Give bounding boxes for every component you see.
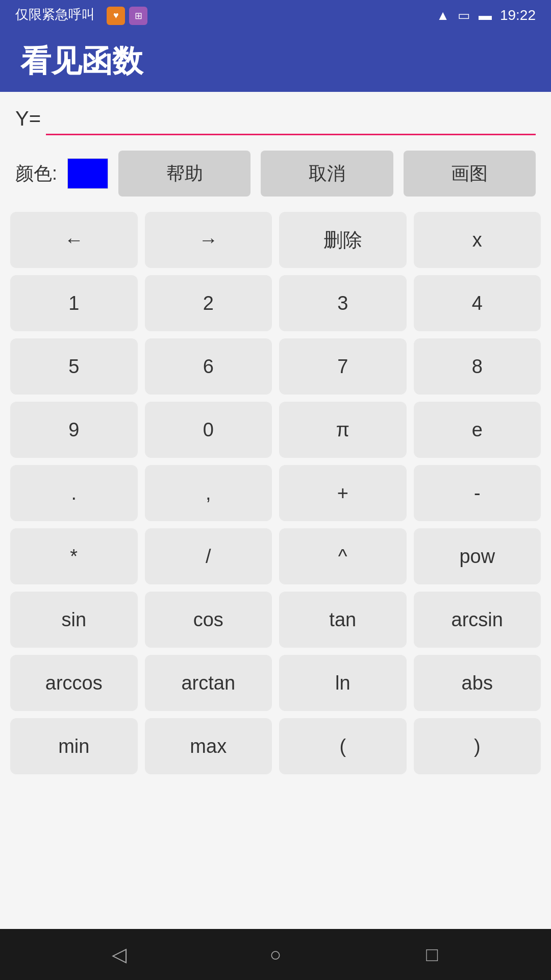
notification-icon-1: ♥ bbox=[107, 7, 125, 25]
calc-btn-0[interactable]: 0 bbox=[145, 402, 272, 458]
app-title: 看见函数 bbox=[20, 41, 143, 82]
calc-btn-3[interactable]: 3 bbox=[279, 275, 407, 331]
calc-btn-comma[interactable]: , bbox=[145, 465, 272, 521]
calc-row-1: 1234 bbox=[10, 275, 541, 331]
calc-btn-9[interactable]: 9 bbox=[10, 402, 138, 458]
calc-row-2: 5678 bbox=[10, 338, 541, 395]
calc-btn-delete[interactable]: 删除 bbox=[279, 212, 407, 268]
calc-btn-minus[interactable]: - bbox=[414, 465, 541, 521]
calc-btn-cos[interactable]: cos bbox=[145, 592, 272, 648]
calc-btn-ln[interactable]: ln bbox=[279, 655, 407, 711]
status-bar-right: ▲ ▭ ▬ 19:22 bbox=[436, 7, 536, 23]
color-row: 颜色: 帮助 取消 画图 bbox=[10, 151, 541, 197]
calc-btn-multiply[interactable]: * bbox=[10, 528, 138, 584]
calc-btn-pi[interactable]: π bbox=[279, 402, 407, 458]
calc-btn-close-paren[interactable]: ) bbox=[414, 718, 541, 774]
calc-btn-dot[interactable]: . bbox=[10, 465, 138, 521]
calc-btn-power[interactable]: ^ bbox=[279, 528, 407, 584]
calc-btn-left-arrow[interactable]: ← bbox=[10, 212, 138, 268]
formula-input[interactable] bbox=[46, 102, 536, 135]
title-bar: 看见函数 bbox=[0, 31, 551, 92]
calc-btn-4[interactable]: 4 bbox=[414, 275, 541, 331]
back-icon: ◁ bbox=[112, 943, 127, 966]
calc-row-8: minmax() bbox=[10, 718, 541, 774]
recents-icon: □ bbox=[426, 944, 438, 966]
battery-icon: ▬ bbox=[479, 8, 492, 23]
home-button[interactable]: ○ bbox=[258, 937, 293, 972]
draw-button[interactable]: 画图 bbox=[404, 151, 536, 197]
status-bar: 仅限紧急呼叫 ♥ ⊞ ▲ ▭ ▬ 19:22 bbox=[0, 0, 551, 31]
calc-btn-5[interactable]: 5 bbox=[10, 338, 138, 395]
calc-btn-x-var[interactable]: x bbox=[414, 212, 541, 268]
calculator-grid: ←→删除x1234567890πe.,+-*/^powsincostanarcs… bbox=[10, 212, 541, 929]
back-button[interactable]: ◁ bbox=[101, 937, 137, 972]
help-button[interactable]: 帮助 bbox=[118, 151, 251, 197]
calc-btn-8[interactable]: 8 bbox=[414, 338, 541, 395]
calc-btn-7[interactable]: 7 bbox=[279, 338, 407, 395]
color-label: 颜色: bbox=[15, 161, 57, 186]
main-content: Y= 颜色: 帮助 取消 画图 ←→删除x1234567890πe.,+-*/^… bbox=[0, 92, 551, 929]
calc-btn-min[interactable]: min bbox=[10, 718, 138, 774]
calc-btn-divide[interactable]: / bbox=[145, 528, 272, 584]
calc-btn-6[interactable]: 6 bbox=[145, 338, 272, 395]
y-label: Y= bbox=[15, 107, 41, 135]
calc-btn-sin[interactable]: sin bbox=[10, 592, 138, 648]
calc-btn-arcsin[interactable]: arcsin bbox=[414, 592, 541, 648]
calc-btn-right-arrow[interactable]: → bbox=[145, 212, 272, 268]
calc-btn-plus[interactable]: + bbox=[279, 465, 407, 521]
calc-btn-pow[interactable]: pow bbox=[414, 528, 541, 584]
wifi-icon: ▲ bbox=[436, 8, 449, 23]
cancel-button[interactable]: 取消 bbox=[261, 151, 393, 197]
calc-btn-max[interactable]: max bbox=[145, 718, 272, 774]
calc-btn-abs[interactable]: abs bbox=[414, 655, 541, 711]
input-row: Y= bbox=[10, 102, 541, 135]
recents-button[interactable]: □ bbox=[414, 937, 450, 972]
calc-row-3: 90πe bbox=[10, 402, 541, 458]
sim-icon: ▭ bbox=[458, 8, 470, 23]
calc-btn-tan[interactable]: tan bbox=[279, 592, 407, 648]
home-icon: ○ bbox=[270, 944, 282, 966]
emergency-call-text: 仅限紧急呼叫 bbox=[15, 7, 95, 22]
time-display: 19:22 bbox=[500, 7, 536, 23]
calc-btn-2[interactable]: 2 bbox=[145, 275, 272, 331]
calc-btn-1[interactable]: 1 bbox=[10, 275, 138, 331]
calc-btn-open-paren[interactable]: ( bbox=[279, 718, 407, 774]
calc-row-5: */^pow bbox=[10, 528, 541, 584]
navigation-bar: ◁ ○ □ bbox=[0, 929, 551, 980]
calc-btn-arccos[interactable]: arccos bbox=[10, 655, 138, 711]
calc-row-4: .,+- bbox=[10, 465, 541, 521]
calc-btn-arctan[interactable]: arctan bbox=[145, 655, 272, 711]
calc-btn-e[interactable]: e bbox=[414, 402, 541, 458]
calc-row-7: arccosarctanlnabs bbox=[10, 655, 541, 711]
notification-icon-2: ⊞ bbox=[129, 7, 147, 25]
color-swatch[interactable] bbox=[67, 158, 108, 189]
calc-row-6: sincostanarcsin bbox=[10, 592, 541, 648]
status-bar-left: 仅限紧急呼叫 ♥ ⊞ bbox=[15, 6, 147, 24]
calc-row-0: ←→删除x bbox=[10, 212, 541, 268]
